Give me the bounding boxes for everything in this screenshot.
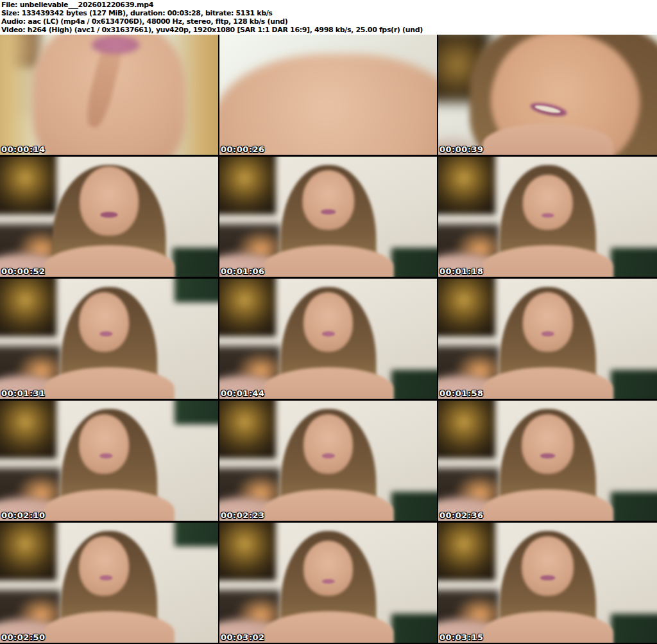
face-shape — [522, 292, 572, 352]
video-thumbnail: 00:02:10 — [0, 401, 218, 521]
face-shape — [303, 292, 354, 352]
face-shape — [79, 292, 129, 352]
timestamp-overlay: 00:01:31 — [1, 388, 46, 398]
size-info-line: Size: 133439342 bytes (127 MiB), duratio… — [1, 9, 657, 17]
timestamp-overlay: 00:00:52 — [1, 266, 46, 276]
video-thumbnail: 00:00:52 — [0, 157, 218, 277]
timestamp-overlay: 00:00:39 — [439, 144, 484, 154]
plant-accent — [391, 492, 437, 521]
timestamp-overlay: 00:00:14 — [1, 144, 46, 154]
face-shape — [79, 414, 129, 474]
mandala-artwork — [438, 157, 495, 214]
mandala-artwork — [0, 523, 56, 580]
contact-sheet: File: unbelievable___202601220639.mp4 Si… — [0, 0, 657, 644]
video-thumbnail: 00:03:02 — [219, 523, 437, 643]
timestamp-overlay: 00:02:36 — [439, 510, 484, 520]
mandala-artwork — [0, 157, 56, 214]
face-shape — [303, 414, 354, 474]
plant-accent — [391, 248, 437, 277]
face-shape — [522, 414, 574, 474]
mandala-artwork — [438, 279, 495, 336]
plant-accent — [391, 370, 437, 399]
mandala-artwork — [219, 401, 276, 458]
face-shape — [303, 541, 354, 596]
timestamp-overlay: 00:01:06 — [221, 266, 265, 276]
video-thumbnail: 00:00:39 — [438, 35, 657, 155]
face-shape — [79, 536, 129, 596]
plant-accent — [611, 370, 657, 399]
mandala-artwork — [438, 523, 495, 580]
thumbnail-grid: 00:00:1400:00:2600:00:3900:00:5200:01:06… — [0, 35, 657, 643]
video-thumbnail: 00:01:31 — [0, 279, 218, 399]
video-thumbnail: 00:00:26 — [219, 35, 437, 155]
mandala-artwork — [219, 279, 276, 336]
timestamp-overlay: 00:01:18 — [439, 266, 484, 276]
face-shape — [80, 166, 139, 236]
lips-shape — [92, 36, 140, 54]
timestamp-overlay: 00:02:50 — [1, 632, 46, 642]
plant-accent — [173, 248, 218, 277]
video-thumbnail: 00:01:44 — [219, 279, 437, 399]
plant-accent — [391, 614, 437, 643]
plant-accent — [611, 614, 657, 643]
mandala-artwork — [219, 157, 276, 214]
file-info-line: File: unbelievable___202601220639.mp4 — [1, 1, 657, 9]
timestamp-overlay: 00:01:44 — [221, 388, 265, 398]
timestamp-overlay: 00:01:58 — [439, 388, 484, 398]
video-thumbnail: 00:01:18 — [438, 157, 657, 277]
video-thumbnail: 00:02:23 — [219, 401, 437, 521]
plant-accent — [175, 523, 218, 546]
timestamp-overlay: 00:02:23 — [221, 510, 265, 520]
mandala-artwork — [0, 401, 56, 458]
video-thumbnail: 00:00:14 — [0, 35, 218, 155]
video-thumbnail: 00:01:58 — [438, 279, 657, 399]
face-shape — [302, 170, 354, 231]
plant-accent — [611, 492, 657, 521]
mandala-artwork — [0, 279, 56, 336]
plant-accent — [175, 279, 218, 302]
face-shape — [522, 175, 572, 230]
video-thumbnail: 00:02:50 — [0, 523, 218, 643]
video-thumbnail: 00:02:36 — [438, 401, 657, 521]
timestamp-overlay: 00:00:26 — [221, 144, 265, 154]
video-thumbnail: 00:03:15 — [438, 523, 657, 643]
metadata-header: File: unbelievable___202601220639.mp4 Si… — [0, 0, 657, 35]
video-thumbnail: 00:01:06 — [219, 157, 437, 277]
timestamp-overlay: 00:02:10 — [1, 510, 46, 520]
timestamp-overlay: 00:03:15 — [439, 632, 484, 642]
video-info-line: Video: h264 (High) (avc1 / 0x31637661), … — [1, 26, 657, 34]
audio-info-line: Audio: aac (LC) (mp4a / 0x6134706D), 480… — [1, 17, 657, 26]
face-shape — [522, 536, 574, 596]
mandala-artwork — [438, 401, 495, 458]
plant-accent — [611, 248, 657, 277]
mandala-artwork — [219, 523, 276, 580]
plant-accent — [175, 401, 218, 424]
timestamp-overlay: 00:03:02 — [221, 632, 265, 642]
